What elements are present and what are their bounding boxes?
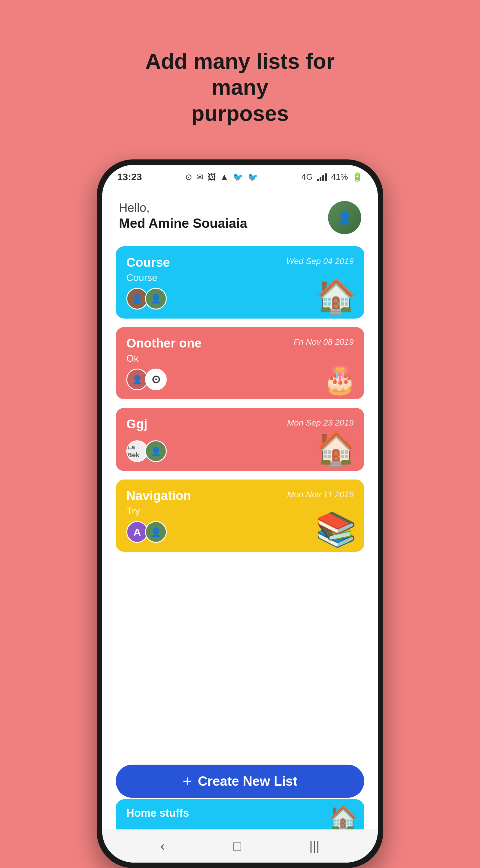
card-date: Mon Nov 11 2019	[287, 490, 354, 499]
card-icon: 🏠	[316, 432, 357, 465]
card-top: Ggj Mon Sep 23 2019	[126, 417, 354, 431]
greeting-text: Hello,	[119, 201, 247, 215]
greeting-block: Hello, Med Amine Souaiaia	[119, 201, 247, 231]
card-icon: 🏠	[316, 279, 357, 313]
card-title: Course	[126, 255, 170, 270]
card-icon: 📚	[316, 513, 357, 546]
card-date: Mon Sep 23 2019	[287, 418, 354, 428]
card-date: Fri Nov 08 2019	[294, 337, 354, 347]
home-stuffs-title: Home stuffs	[126, 807, 354, 819]
twitter-icon1: 🐦	[233, 172, 243, 182]
image-icon: 🖼	[207, 172, 216, 182]
create-new-list-button[interactable]: + Create New List	[116, 765, 364, 798]
twitter-icon2: 🐦	[247, 172, 258, 182]
card-subtitle: Try	[126, 505, 191, 517]
list-card-another[interactable]: Onother one Ok Fri Nov 08 2019 👤 ⊙ 🎂	[116, 327, 364, 399]
user-name: Med Amine Souaiaia	[119, 216, 247, 231]
list-card-ggj[interactable]: Ggj Mon Sep 23 2019 La Bek 👤 🏠	[116, 408, 364, 471]
app-header: Hello, Med Amine Souaiaia 👤	[102, 189, 378, 240]
card-title: Navigation	[126, 489, 191, 503]
status-bar: 13:23 ⊙ ✉ 🖼 ▲ 🐦 🐦 4G 41% 🔋	[102, 165, 378, 189]
card-title: Ggj	[126, 417, 147, 431]
page-title-block: Add many lists for many purposes	[119, 24, 361, 144]
page-title: Add many lists for many purposes	[119, 48, 361, 126]
list-card-course[interactable]: Course Course Wed Sep 04 2019 👤 👤 🏠	[116, 246, 364, 318]
user-avatar[interactable]: 👤	[328, 201, 361, 234]
member-avatar: 👤	[145, 521, 167, 543]
create-button-label: Create New List	[198, 774, 297, 789]
card-icon: 🎂	[323, 366, 357, 393]
home-stuffs-icon: 🏠	[328, 804, 358, 830]
card-date: Wed Sep 04 2019	[286, 256, 354, 266]
list-card-navigation[interactable]: Navigation Try Mon Nov 11 2019 A 👤 📚	[116, 479, 364, 552]
signal-bars	[317, 173, 327, 181]
home-button[interactable]: □	[224, 835, 250, 857]
card-title: Onother one	[126, 336, 202, 350]
card-top: Onother one Ok Fri Nov 08 2019	[126, 336, 354, 364]
network-type: 4G	[301, 172, 313, 182]
instagram-icon: ⊙	[185, 172, 192, 182]
nav-bar: ‹ □ |||	[102, 830, 378, 863]
plus-icon: +	[183, 772, 192, 790]
wifi-icon: ▲	[220, 172, 229, 182]
gmail-icon: ✉	[196, 172, 203, 182]
member-avatar: 👤	[145, 288, 167, 310]
status-time: 13:23	[117, 172, 142, 183]
card-members: 👤 ⊙	[126, 369, 354, 390]
app-content: Hello, Med Amine Souaiaia 👤 Course Cours…	[102, 189, 378, 830]
battery-icon: 🔋	[352, 172, 363, 182]
phone-frame: 13:23 ⊙ ✉ 🖼 ▲ 🐦 🐦 4G 41% 🔋	[97, 159, 383, 868]
card-subtitle: Ok	[126, 353, 202, 364]
battery-percent: 41%	[331, 172, 348, 182]
card-subtitle: Course	[126, 272, 170, 283]
back-button[interactable]: ‹	[151, 835, 174, 857]
member-avatar: ⊙	[145, 369, 167, 390]
status-icons: ⊙ ✉ 🖼 ▲ 🐦 🐦	[185, 172, 258, 182]
lists-container: Course Course Wed Sep 04 2019 👤 👤 🏠	[102, 240, 378, 760]
member-avatar: 👤	[145, 440, 167, 462]
status-right: 4G 41% 🔋	[301, 172, 363, 182]
home-stuffs-card[interactable]: Home stuffs 🏠	[116, 799, 364, 830]
phone-screen: 13:23 ⊙ ✉ 🖼 ▲ 🐦 🐦 4G 41% 🔋	[102, 165, 378, 863]
recents-button[interactable]: |||	[300, 835, 329, 857]
